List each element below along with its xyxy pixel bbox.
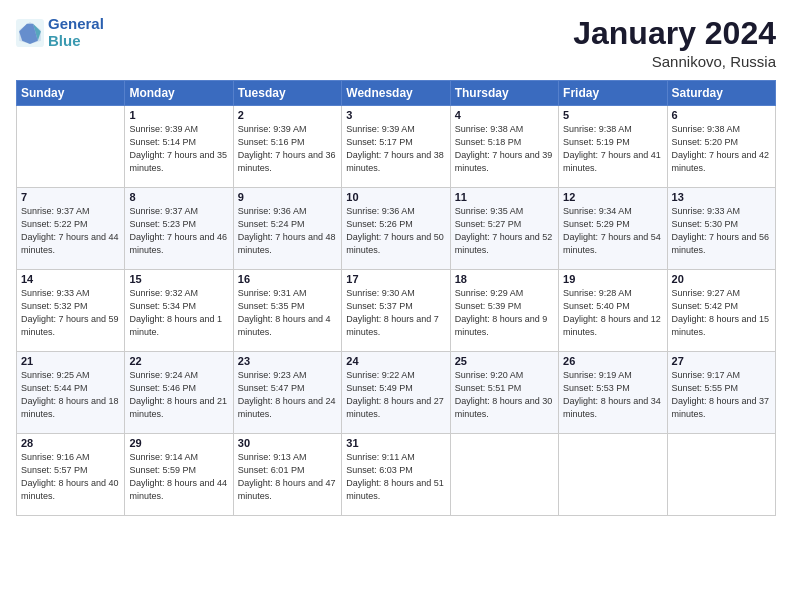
day-number: 30 bbox=[238, 437, 337, 449]
day-number: 6 bbox=[672, 109, 771, 121]
day-number: 9 bbox=[238, 191, 337, 203]
calendar-cell: 20Sunrise: 9:27 AMSunset: 5:42 PMDayligh… bbox=[667, 270, 775, 352]
calendar-cell: 17Sunrise: 9:30 AMSunset: 5:37 PMDayligh… bbox=[342, 270, 450, 352]
day-number: 14 bbox=[21, 273, 120, 285]
day-info: Sunrise: 9:19 AMSunset: 5:53 PMDaylight:… bbox=[563, 369, 662, 421]
calendar-cell: 8Sunrise: 9:37 AMSunset: 5:23 PMDaylight… bbox=[125, 188, 233, 270]
day-number: 19 bbox=[563, 273, 662, 285]
day-number: 23 bbox=[238, 355, 337, 367]
calendar-cell: 21Sunrise: 9:25 AMSunset: 5:44 PMDayligh… bbox=[17, 352, 125, 434]
calendar-cell: 13Sunrise: 9:33 AMSunset: 5:30 PMDayligh… bbox=[667, 188, 775, 270]
day-number: 18 bbox=[455, 273, 554, 285]
calendar-cell: 1Sunrise: 9:39 AMSunset: 5:14 PMDaylight… bbox=[125, 106, 233, 188]
logo-icon bbox=[16, 19, 44, 47]
day-number: 17 bbox=[346, 273, 445, 285]
day-info: Sunrise: 9:33 AMSunset: 5:30 PMDaylight:… bbox=[672, 205, 771, 257]
calendar-cell: 30Sunrise: 9:13 AMSunset: 6:01 PMDayligh… bbox=[233, 434, 341, 516]
calendar-cell: 11Sunrise: 9:35 AMSunset: 5:27 PMDayligh… bbox=[450, 188, 558, 270]
day-info: Sunrise: 9:35 AMSunset: 5:27 PMDaylight:… bbox=[455, 205, 554, 257]
day-number: 10 bbox=[346, 191, 445, 203]
day-number: 1 bbox=[129, 109, 228, 121]
title-block: January 2024 Sannikovo, Russia bbox=[573, 16, 776, 70]
day-number: 12 bbox=[563, 191, 662, 203]
day-info: Sunrise: 9:17 AMSunset: 5:55 PMDaylight:… bbox=[672, 369, 771, 421]
calendar-cell: 19Sunrise: 9:28 AMSunset: 5:40 PMDayligh… bbox=[559, 270, 667, 352]
day-info: Sunrise: 9:38 AMSunset: 5:19 PMDaylight:… bbox=[563, 123, 662, 175]
day-info: Sunrise: 9:23 AMSunset: 5:47 PMDaylight:… bbox=[238, 369, 337, 421]
day-number: 25 bbox=[455, 355, 554, 367]
day-number: 13 bbox=[672, 191, 771, 203]
calendar-cell: 23Sunrise: 9:23 AMSunset: 5:47 PMDayligh… bbox=[233, 352, 341, 434]
day-info: Sunrise: 9:14 AMSunset: 5:59 PMDaylight:… bbox=[129, 451, 228, 503]
calendar-cell: 3Sunrise: 9:39 AMSunset: 5:17 PMDaylight… bbox=[342, 106, 450, 188]
day-info: Sunrise: 9:31 AMSunset: 5:35 PMDaylight:… bbox=[238, 287, 337, 339]
calendar-cell: 14Sunrise: 9:33 AMSunset: 5:32 PMDayligh… bbox=[17, 270, 125, 352]
day-info: Sunrise: 9:13 AMSunset: 6:01 PMDaylight:… bbox=[238, 451, 337, 503]
day-number: 5 bbox=[563, 109, 662, 121]
location: Sannikovo, Russia bbox=[573, 53, 776, 70]
weekday-header-thursday: Thursday bbox=[450, 81, 558, 106]
calendar-cell: 15Sunrise: 9:32 AMSunset: 5:34 PMDayligh… bbox=[125, 270, 233, 352]
calendar-cell: 12Sunrise: 9:34 AMSunset: 5:29 PMDayligh… bbox=[559, 188, 667, 270]
day-info: Sunrise: 9:34 AMSunset: 5:29 PMDaylight:… bbox=[563, 205, 662, 257]
page-container: General Blue January 2024 Sannikovo, Rus… bbox=[0, 0, 792, 524]
week-row-3: 14Sunrise: 9:33 AMSunset: 5:32 PMDayligh… bbox=[17, 270, 776, 352]
day-info: Sunrise: 9:22 AMSunset: 5:49 PMDaylight:… bbox=[346, 369, 445, 421]
week-row-2: 7Sunrise: 9:37 AMSunset: 5:22 PMDaylight… bbox=[17, 188, 776, 270]
calendar-cell: 22Sunrise: 9:24 AMSunset: 5:46 PMDayligh… bbox=[125, 352, 233, 434]
calendar-cell: 9Sunrise: 9:36 AMSunset: 5:24 PMDaylight… bbox=[233, 188, 341, 270]
calendar-cell: 31Sunrise: 9:11 AMSunset: 6:03 PMDayligh… bbox=[342, 434, 450, 516]
day-info: Sunrise: 9:37 AMSunset: 5:22 PMDaylight:… bbox=[21, 205, 120, 257]
calendar-cell: 18Sunrise: 9:29 AMSunset: 5:39 PMDayligh… bbox=[450, 270, 558, 352]
weekday-header-wednesday: Wednesday bbox=[342, 81, 450, 106]
logo: General Blue bbox=[16, 16, 104, 49]
day-info: Sunrise: 9:25 AMSunset: 5:44 PMDaylight:… bbox=[21, 369, 120, 421]
week-row-1: 1Sunrise: 9:39 AMSunset: 5:14 PMDaylight… bbox=[17, 106, 776, 188]
calendar-cell: 28Sunrise: 9:16 AMSunset: 5:57 PMDayligh… bbox=[17, 434, 125, 516]
weekday-header-tuesday: Tuesday bbox=[233, 81, 341, 106]
day-info: Sunrise: 9:20 AMSunset: 5:51 PMDaylight:… bbox=[455, 369, 554, 421]
calendar-cell bbox=[559, 434, 667, 516]
day-info: Sunrise: 9:32 AMSunset: 5:34 PMDaylight:… bbox=[129, 287, 228, 339]
header: General Blue January 2024 Sannikovo, Rus… bbox=[16, 16, 776, 70]
day-info: Sunrise: 9:29 AMSunset: 5:39 PMDaylight:… bbox=[455, 287, 554, 339]
calendar-cell: 6Sunrise: 9:38 AMSunset: 5:20 PMDaylight… bbox=[667, 106, 775, 188]
calendar-cell bbox=[667, 434, 775, 516]
weekday-header-row: SundayMondayTuesdayWednesdayThursdayFrid… bbox=[17, 81, 776, 106]
day-info: Sunrise: 9:38 AMSunset: 5:20 PMDaylight:… bbox=[672, 123, 771, 175]
day-info: Sunrise: 9:11 AMSunset: 6:03 PMDaylight:… bbox=[346, 451, 445, 503]
calendar-table: SundayMondayTuesdayWednesdayThursdayFrid… bbox=[16, 80, 776, 516]
day-info: Sunrise: 9:38 AMSunset: 5:18 PMDaylight:… bbox=[455, 123, 554, 175]
weekday-header-sunday: Sunday bbox=[17, 81, 125, 106]
day-number: 21 bbox=[21, 355, 120, 367]
day-info: Sunrise: 9:28 AMSunset: 5:40 PMDaylight:… bbox=[563, 287, 662, 339]
calendar-cell: 2Sunrise: 9:39 AMSunset: 5:16 PMDaylight… bbox=[233, 106, 341, 188]
day-info: Sunrise: 9:24 AMSunset: 5:46 PMDaylight:… bbox=[129, 369, 228, 421]
day-info: Sunrise: 9:39 AMSunset: 5:14 PMDaylight:… bbox=[129, 123, 228, 175]
day-info: Sunrise: 9:37 AMSunset: 5:23 PMDaylight:… bbox=[129, 205, 228, 257]
calendar-cell: 10Sunrise: 9:36 AMSunset: 5:26 PMDayligh… bbox=[342, 188, 450, 270]
day-number: 16 bbox=[238, 273, 337, 285]
calendar-cell: 24Sunrise: 9:22 AMSunset: 5:49 PMDayligh… bbox=[342, 352, 450, 434]
day-number: 31 bbox=[346, 437, 445, 449]
calendar-cell: 26Sunrise: 9:19 AMSunset: 5:53 PMDayligh… bbox=[559, 352, 667, 434]
weekday-header-saturday: Saturday bbox=[667, 81, 775, 106]
day-info: Sunrise: 9:36 AMSunset: 5:26 PMDaylight:… bbox=[346, 205, 445, 257]
day-info: Sunrise: 9:27 AMSunset: 5:42 PMDaylight:… bbox=[672, 287, 771, 339]
calendar-cell: 7Sunrise: 9:37 AMSunset: 5:22 PMDaylight… bbox=[17, 188, 125, 270]
calendar-cell bbox=[450, 434, 558, 516]
calendar-cell: 25Sunrise: 9:20 AMSunset: 5:51 PMDayligh… bbox=[450, 352, 558, 434]
day-info: Sunrise: 9:16 AMSunset: 5:57 PMDaylight:… bbox=[21, 451, 120, 503]
day-info: Sunrise: 9:39 AMSunset: 5:16 PMDaylight:… bbox=[238, 123, 337, 175]
calendar-cell: 29Sunrise: 9:14 AMSunset: 5:59 PMDayligh… bbox=[125, 434, 233, 516]
week-row-5: 28Sunrise: 9:16 AMSunset: 5:57 PMDayligh… bbox=[17, 434, 776, 516]
day-number: 11 bbox=[455, 191, 554, 203]
day-info: Sunrise: 9:33 AMSunset: 5:32 PMDaylight:… bbox=[21, 287, 120, 339]
day-number: 8 bbox=[129, 191, 228, 203]
day-number: 4 bbox=[455, 109, 554, 121]
logo-text: General Blue bbox=[48, 16, 104, 49]
week-row-4: 21Sunrise: 9:25 AMSunset: 5:44 PMDayligh… bbox=[17, 352, 776, 434]
day-number: 20 bbox=[672, 273, 771, 285]
weekday-header-monday: Monday bbox=[125, 81, 233, 106]
day-number: 27 bbox=[672, 355, 771, 367]
